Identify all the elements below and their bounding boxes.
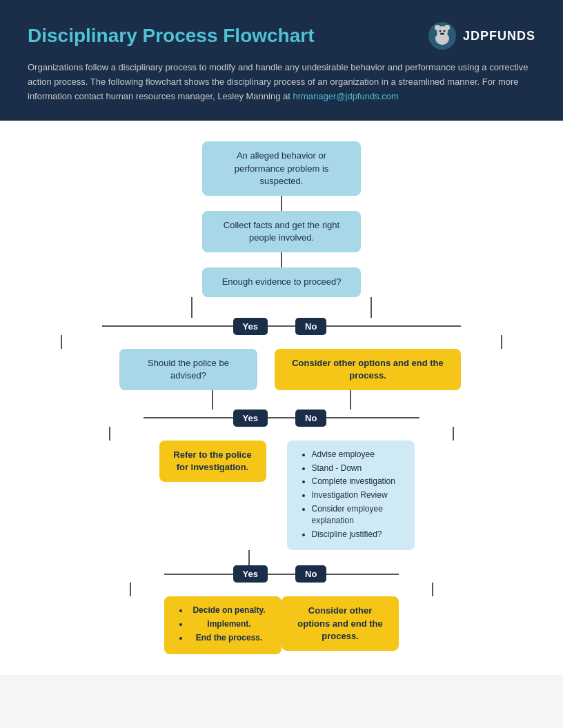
connector-1 <box>281 196 282 211</box>
investigation-list: Advise employee Stand - Down Complete in… <box>299 449 402 540</box>
email-link[interactable]: hrmanager@jdpfunds.com <box>293 91 398 101</box>
branch-3-boxes: Decide on penalty. Implement. End the pr… <box>164 596 399 654</box>
page-title: Disciplinary Process Flowchart <box>28 25 315 47</box>
page-header: Disciplinary Process Flowchart JDPFUNDS … <box>0 0 563 121</box>
node-2: Collect facts and get the right people i… <box>202 211 361 252</box>
svg-point-4 <box>444 25 450 30</box>
branch-3: Yes No <box>164 565 399 596</box>
list-item: Consider employee explanation <box>312 503 402 527</box>
logo-text: JDPFUNDS <box>463 29 535 43</box>
no-branch-1: No <box>282 297 461 349</box>
node-4: Should the police be advised? <box>119 349 257 390</box>
node-8: Decide on penalty. Implement. End the pr… <box>164 596 282 654</box>
node-1: An alleged behavior or performance probl… <box>202 141 361 196</box>
penalty-list: Decide on penalty. Implement. End the pr… <box>177 605 269 643</box>
branch-1-boxes: Should the police be advised? Consider o… <box>102 349 461 390</box>
no-badge-2: No <box>295 410 326 427</box>
flowchart-area: An alleged behavior or performance probl… <box>0 121 563 674</box>
svg-point-5 <box>439 30 441 32</box>
list-item: Stand - Down <box>312 463 402 474</box>
yes-badge-2: Yes <box>233 410 268 427</box>
yes-badge-1: Yes <box>233 318 268 335</box>
node-5: Consider other options and end the proce… <box>275 349 461 390</box>
connector-2 <box>281 252 282 267</box>
list-item: Investigation Review <box>312 489 402 501</box>
no-badge-3: No <box>295 565 326 583</box>
no-badge-1: No <box>295 318 326 335</box>
svg-point-3 <box>435 25 440 30</box>
node-7: Advise employee Stand - Down Complete in… <box>287 441 415 551</box>
list-item: Complete investigation <box>312 476 402 487</box>
branch-2-boxes: Refer to the police for investigation. A… <box>144 441 419 551</box>
svg-point-7 <box>440 33 444 35</box>
list-item: Discipline justified? <box>312 529 402 540</box>
yes-badge-3: Yes <box>233 565 268 583</box>
list-item: Advise employee <box>312 449 402 461</box>
yes-branch-1: Yes <box>102 297 282 349</box>
logo-area: JDPFUNDS <box>427 21 535 51</box>
branch-1: Yes No <box>102 297 461 349</box>
node-3: Enough evidence to proceed? <box>202 267 361 296</box>
list-item: Implement. <box>189 618 269 630</box>
header-description: Organizations follow a disciplinary proc… <box>28 61 535 103</box>
node-9: Consider other options and end the proce… <box>282 596 399 651</box>
list-item: Decide on penalty. <box>189 605 269 616</box>
svg-point-6 <box>443 30 445 32</box>
branch-2: Yes No <box>144 390 419 441</box>
list-item: End the process. <box>189 632 269 644</box>
node-6: Refer to the police for investigation. <box>159 441 266 482</box>
logo-icon <box>427 21 457 51</box>
